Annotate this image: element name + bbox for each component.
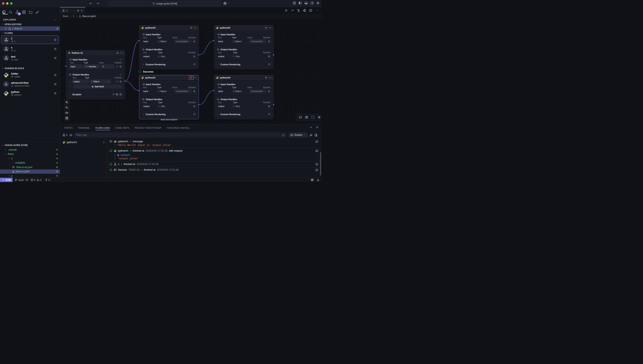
breadcrumb-file[interactable]: flow.oo.yaml (82, 15, 96, 18)
notifications-bell-icon[interactable] (317, 178, 320, 182)
log-row-message[interactable]: python#1 » message "Hello World! Input i… (107, 139, 322, 148)
output-handle-dot[interactable] (198, 54, 200, 56)
problems-status[interactable]: 0 0 (30, 178, 42, 181)
output-type-dropdown[interactable]: {}Object (90, 80, 111, 84)
scriptlet-section[interactable]: Scriptlet (67, 92, 124, 98)
input-handle-dot[interactable] (65, 65, 67, 67)
node-python-1-main[interactable]: Python #1 ··· Input Handles ＋ KeyTypeVal… (66, 50, 125, 99)
node-python2[interactable]: python#2 ··· Input Handles KeyTypeValueN… (214, 25, 274, 69)
run-node-icon[interactable] (190, 76, 192, 79)
blocks-view-icon[interactable] (22, 10, 26, 14)
nullable-checkbox[interactable] (116, 80, 118, 83)
input-value-field[interactable]: 1 (101, 64, 114, 68)
node-python3[interactable]: python#3 ··· Input Handles KeyTypeValueN… (139, 25, 199, 69)
compare-changes-icon[interactable] (297, 9, 300, 12)
output-handle-dot[interactable] (273, 54, 274, 56)
refresh-icon[interactable] (268, 63, 270, 66)
tree-item-flow-ui-json[interactable]: .flow.ui.oo.jsonU (9, 165, 60, 170)
command-center-search[interactable]: usage-guide [OVM] (109, 1, 221, 6)
refresh-icon[interactable] (268, 113, 270, 116)
close-panel-icon[interactable] (316, 126, 319, 129)
output-handle-dot[interactable] (124, 80, 126, 82)
toggle-secondary-sidebar-icon[interactable] (310, 2, 314, 5)
output-handle-dot[interactable] (273, 104, 274, 106)
explorer-view-icon[interactable] (2, 10, 6, 14)
attach-paperclip-icon[interactable] (112, 93, 114, 96)
run-node-icon[interactable] (116, 52, 119, 54)
input-key-field[interactable]: input (69, 64, 82, 68)
open-editors-header[interactable]: OPEN EDITORS (0, 22, 60, 26)
shared-block-adder[interactable]: Adder adder (1, 71, 58, 79)
input-handle-dot[interactable] (213, 40, 215, 42)
toggle-sidebar-icon[interactable] (298, 2, 302, 5)
ports-status[interactable]: 0 (45, 178, 50, 181)
custom-rendering-section[interactable]: Custom Rendering (215, 111, 272, 118)
run-flow-icon[interactable] (285, 9, 288, 12)
log-tree-toggle-icon[interactable] (69, 134, 72, 136)
minimap-icon[interactable] (305, 116, 308, 119)
auto-layout-icon[interactable] (65, 116, 68, 120)
handle-gear-icon[interactable] (119, 65, 122, 68)
customize-layout-icon[interactable] (293, 2, 296, 5)
flow-settings-gear-icon[interactable] (54, 38, 57, 41)
custom-rendering-section[interactable]: Custom Rendering (140, 111, 198, 118)
clear-logs-broom-icon[interactable] (310, 134, 312, 136)
shared-block-advanced-flow[interactable]: advanced-flow advanced-flow (1, 80, 58, 88)
canvas-settings-gear-icon[interactable] (318, 116, 321, 119)
log-row-node-finished[interactable]: python#1 » finished at 2025/5/30 17:52:3… (107, 148, 322, 162)
log-row-flow-finished[interactable]: 1 » finished at 2025/5/30 17:52:38 (107, 162, 322, 167)
events-dropdown[interactable]: Events (288, 132, 308, 138)
input-type-dropdown[interactable]: 123Number (83, 64, 100, 68)
breadcrumb-1[interactable]: 1 (73, 15, 74, 18)
flow-item-test[interactable]: test test (1, 54, 58, 62)
comment-icon[interactable] (316, 150, 318, 152)
zoom-in-icon[interactable] (65, 101, 68, 104)
node-more-icon[interactable]: ··· (194, 26, 197, 29)
block-settings-gear-icon[interactable] (54, 92, 57, 95)
breadcrumb-flows[interactable]: flows (63, 15, 68, 18)
handle-gear-icon[interactable] (193, 105, 196, 108)
tab-terminal[interactable]: TERMINAL (78, 124, 90, 131)
block-settings-gear-icon[interactable] (54, 74, 57, 76)
fullscreen-icon[interactable] (311, 116, 314, 119)
node-python1[interactable]: python#1 ··· Input Handles KeyTypeValueN… (139, 75, 199, 119)
workspace-section-header[interactable]: USAGE-GUIDE [OVM] (0, 143, 60, 148)
custom-rendering-section[interactable]: Custom Rendering (140, 62, 198, 68)
tree-item-1[interactable]: 1 (0, 156, 60, 161)
run-node-icon[interactable] (265, 26, 268, 29)
output-handle-dot[interactable] (198, 104, 200, 106)
remote-indicator[interactable]: OVM (0, 178, 12, 182)
close-icon[interactable] (4, 27, 7, 30)
maximize-window-button[interactable] (10, 2, 12, 5)
refresh-icon[interactable] (193, 63, 196, 66)
nullable-checkbox[interactable] (116, 65, 118, 68)
flow-canvas[interactable]: Python #1 ··· Input Handles ＋ KeyTypeVal… (60, 19, 322, 124)
tab-flow-logs[interactable]: FLOW LOGS (96, 124, 110, 131)
node-python4[interactable]: python#4 ··· Input Handles KeyTypeValueN… (214, 75, 274, 119)
add-input-handle-icon[interactable]: ＋ (119, 58, 122, 62)
flow-settings-gear-icon[interactable] (54, 56, 57, 60)
node-more-icon[interactable]: ··· (194, 76, 197, 79)
flows-view-icon[interactable]: 44 (15, 10, 20, 14)
close-tab-icon[interactable] (80, 9, 83, 12)
shared-blocks-header[interactable]: SHARED BLOCKS (0, 66, 60, 70)
handle-gear-icon[interactable] (268, 55, 270, 58)
split-editor-icon[interactable] (309, 9, 312, 12)
add-field-button[interactable]: ⊕Add field (74, 84, 122, 88)
folder-view-icon[interactable] (28, 10, 33, 14)
tab-code-deps[interactable]: CODE DEPS (115, 124, 129, 131)
output-key-field[interactable]: output (72, 80, 89, 84)
tree-item-scriptlets[interactable]: scriptlets (9, 161, 60, 165)
search-view-icon[interactable] (8, 10, 13, 14)
flows-section-header[interactable]: FLOWS (0, 31, 60, 35)
handle-gear-icon[interactable] (193, 90, 196, 92)
tree-item-flows[interactable]: flows (0, 152, 60, 156)
open-external-icon[interactable] (120, 93, 122, 96)
add-output-handle-icon[interactable]: ＋ (119, 73, 122, 76)
input-handle-dot[interactable] (138, 40, 140, 42)
node-more-icon[interactable]: ··· (268, 76, 272, 79)
explorer-more-icon[interactable]: ··· (54, 18, 56, 21)
history-back-icon[interactable] (89, 2, 92, 5)
zoom-out-icon[interactable] (65, 106, 68, 109)
handle-gear-icon[interactable] (193, 40, 196, 43)
